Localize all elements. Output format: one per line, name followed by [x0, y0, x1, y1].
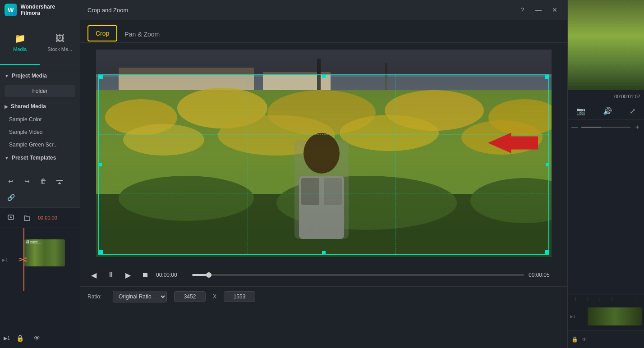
sidebar-tab-media-label: Media — [13, 46, 27, 52]
track-lock-button[interactable]: 🔒 — [13, 331, 27, 345]
svg-rect-2 — [58, 183, 61, 184]
sidebar-section-shared-media[interactable]: ▶ Shared Media — [0, 100, 80, 113]
timeline-time: 00:00:00 — [38, 215, 57, 220]
app-icon: W — [5, 4, 17, 16]
minimize-button[interactable]: — — [533, 5, 544, 15]
ratio-select[interactable]: Original Ratio 16:9 4:3 1:1 9:16 — [113, 291, 167, 302]
timeline-controls: 00:00:00 — [0, 208, 80, 228]
right-screenshot-button[interactable]: 📷 — [576, 107, 585, 115]
nav-sample-color[interactable]: Sample Color — [0, 113, 80, 126]
redo-button[interactable]: ↪ — [20, 174, 34, 188]
ratio-bar: Ratio: Original Ratio 16:9 4:3 1:1 9:16 … — [80, 286, 567, 307]
right-audio-button[interactable]: 🔊 — [603, 107, 612, 115]
tab-pan-zoom[interactable]: Pan & Zoom — [117, 27, 167, 43]
ratio-height-input[interactable] — [224, 291, 255, 302]
ruler-mark-2: | — [594, 297, 606, 301]
track-visibility-button[interactable]: 👁 — [30, 331, 44, 345]
link-button[interactable]: 🔗 — [4, 190, 18, 205]
right-preview — [568, 0, 644, 90]
right-lock-button[interactable]: 🔒 — [571, 336, 578, 343]
right-clip[interactable] — [588, 307, 642, 325]
sidebar-section-project-media[interactable]: ▼ Project Media — [0, 69, 80, 82]
close-button[interactable]: ✕ — [549, 5, 560, 15]
progress-bar[interactable] — [192, 274, 524, 276]
progress-thumb[interactable] — [206, 272, 212, 278]
app-title: Wondershare Filmora — [21, 4, 75, 16]
help-button[interactable]: ? — [517, 5, 528, 15]
tab-bar: Crop Pan & Zoom — [80, 20, 567, 43]
zoom-minus-button[interactable]: — — [571, 124, 578, 131]
crop-handle-right-mid[interactable] — [546, 163, 549, 166]
crop-box[interactable] — [98, 74, 549, 255]
dialog-header-actions: ? — ✕ — [517, 5, 560, 15]
pause-button[interactable]: ⏸ — [105, 269, 117, 281]
crop-handle-topright[interactable] — [545, 74, 549, 79]
undo-button[interactable]: ↩ — [4, 174, 18, 188]
right-time-readout: 00:00:01:07 — [568, 90, 644, 103]
playback-bar: ◀ ⏸ ▶ ⏹ 00:00:00 00:00:05 — [80, 264, 567, 286]
timeline-panel: 00:00:00 ✂ ▶1 🖼 2022... ▶1 🔒 👁 — [0, 207, 80, 348]
tab-crop[interactable]: Crop — [87, 25, 117, 41]
folder-open-button[interactable] — [20, 211, 34, 225]
step-back-button[interactable]: ◀ — [87, 269, 100, 281]
sidebar-section-preset[interactable]: ▼ Preset Templates — [0, 151, 80, 165]
right-bottom-controls: 🔒 👁 — [568, 330, 644, 348]
zoom-bar: — ＋ — [568, 119, 644, 135]
folder-label: Folder — [32, 88, 47, 94]
arrow-down-icon: ▼ — [5, 73, 9, 78]
right-preview-inner — [568, 0, 644, 90]
folder-item[interactable]: Folder — [5, 85, 75, 97]
crop-rule-h1 — [99, 134, 548, 135]
delete-button[interactable]: 🗑 — [36, 174, 51, 188]
stop-button[interactable]: ⏹ — [139, 269, 152, 281]
add-clip-icon — [7, 214, 14, 221]
right-track-label: ▶1 — [570, 314, 575, 319]
sidebar-tab-media[interactable]: 📁 Media — [0, 20, 40, 65]
ruler-mark-3: | — [606, 297, 618, 301]
crop-handle-top-mid[interactable] — [322, 74, 326, 78]
crop-handle-bottomright[interactable] — [545, 250, 549, 255]
right-track-area: ▶1 — [568, 303, 644, 330]
clip-label: 🖼 2022... — [25, 240, 41, 244]
timeline-clip[interactable]: 🖼 2022... — [24, 239, 65, 266]
track-v-label: ▶1 — [4, 335, 10, 341]
add-track-button[interactable] — [52, 174, 67, 188]
total-time: 00:00:05 — [529, 272, 560, 278]
sidebar: 📁 Media 🖼 Stock Me... ▼ Project Media Fo… — [0, 20, 80, 207]
crop-rule-h2 — [99, 193, 548, 193]
crop-handle-bottom-mid[interactable] — [322, 251, 326, 255]
right-expand-button[interactable]: ⤢ — [630, 107, 635, 115]
arrow-right-icon: ▶ — [5, 104, 8, 109]
sidebar-tab-stock-label: Stock Me... — [47, 46, 72, 52]
zoom-plus-button[interactable]: ＋ — [634, 123, 640, 131]
crop-rule-v2 — [396, 75, 396, 254]
timeline-track-area: ✂ ▶1 🖼 2022... — [0, 228, 80, 291]
ruler-mark-5: | — [630, 297, 642, 301]
dialog-title: Crop and Zoom — [87, 7, 128, 14]
ratio-width-input[interactable] — [174, 291, 206, 302]
dialog-header: Crop and Zoom ? — ✕ — [80, 0, 567, 20]
add-clip-button[interactable] — [4, 211, 18, 225]
nav-sample-green[interactable]: Sample Green Scr... — [0, 138, 80, 151]
crop-handle-topleft[interactable] — [98, 74, 103, 79]
logo-letter: W — [8, 6, 14, 14]
zoom-slider[interactable] — [581, 127, 630, 128]
right-eye-button[interactable]: 👁 — [582, 336, 587, 343]
crop-handle-left-mid[interactable] — [98, 163, 102, 166]
ratio-x-separator: X — [213, 293, 216, 300]
folder-open-icon — [23, 214, 31, 221]
ruler-mark-4: | — [618, 297, 630, 301]
red-arrow-svg — [488, 133, 538, 153]
nav-sample-video[interactable]: Sample Video — [0, 126, 80, 138]
sidebar-nav: ▼ Project Media Folder ▶ Shared Media Sa… — [0, 65, 80, 171]
crop-handle-bottomleft[interactable] — [98, 250, 103, 255]
play-button[interactable]: ▶ — [122, 269, 134, 281]
add-track-icon — [56, 178, 63, 185]
crop-zoom-dialog: Crop and Zoom ? — ✕ Crop Pan & Zoom — [80, 0, 567, 348]
ratio-label: Ratio: — [87, 293, 106, 300]
arrow-preset-icon: ▼ — [5, 156, 9, 160]
sidebar-tab-bar: 📁 Media 🖼 Stock Me... — [0, 20, 80, 65]
sidebar-tab-stock[interactable]: 🖼 Stock Me... — [40, 20, 80, 65]
svg-rect-0 — [56, 180, 63, 181]
ruler-mark-1: | — [582, 297, 594, 301]
